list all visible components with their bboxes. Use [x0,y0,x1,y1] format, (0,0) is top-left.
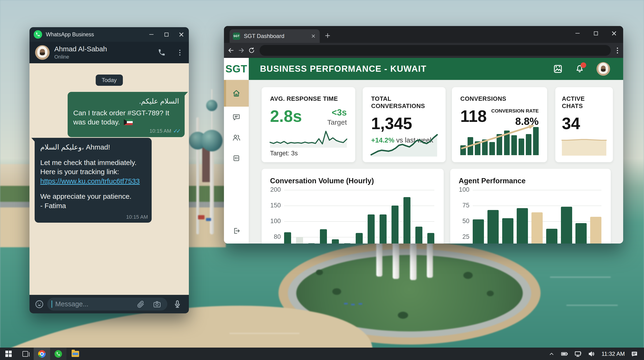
forward-icon[interactable] [236,47,246,54]
message-line: We appreciate your patience. [40,192,146,201]
bar [460,145,466,155]
kuwait-tower-main-sphere [201,130,222,151]
dashboard-header: SGT BUSINESS PERFORMANCE - KUWAIT [224,58,623,80]
minimize-button[interactable] [144,27,159,42]
network-icon[interactable] [574,350,582,358]
dashboard-content: SGT BUSINESS PERFORMANCE - KUWAIT [224,58,623,244]
bar [576,223,587,244]
kpi-target-value: <3s [328,108,347,117]
tree [463,272,473,279]
kpi-value: 2.8s [270,108,302,124]
conversions-bar-chart [460,122,539,155]
bar [504,130,510,155]
whatsapp-logo-icon [34,30,42,39]
bar [526,134,532,155]
sidebar-item-logout[interactable] [224,221,249,241]
maximize-button[interactable] [587,26,605,41]
kpi-card-active-chats: ACTIVE CHATS 34 [555,87,613,162]
file-explorer-icon [72,351,79,357]
taskbar-clock[interactable]: 11:32 AM [602,351,625,357]
tree [316,270,323,275]
sidebar-item-contacts[interactable] [224,127,249,148]
kpi-footer: Target: 3s [270,150,298,157]
bar [356,233,363,244]
message-input-field[interactable] [47,298,167,310]
bar [404,197,410,244]
bar [488,210,499,244]
user-avatar[interactable] [596,62,610,76]
task-view-icon [22,351,28,357]
bar [308,243,315,244]
bar [468,137,473,155]
volume-icon[interactable] [588,350,595,358]
notifications-bell-icon[interactable] [575,64,584,74]
bar [532,212,543,244]
start-button[interactable] [0,347,17,360]
dashboard-sidebar [224,80,249,244]
dashboard-title: BUSINESS PERFORMANCE - KUWAIT [260,64,426,74]
taskbar-explorer-button[interactable] [66,347,84,360]
bar [320,229,327,244]
message-text: Can I track order #SGT-789? It was due t… [73,109,169,126]
bar [511,135,517,155]
browser-menu-icon[interactable] [617,48,623,53]
attach-icon[interactable] [136,300,145,308]
contact-name: Ahmad Al-Sabah [54,45,107,53]
boat [351,304,355,305]
browser-tab[interactable]: SGT SGT Dashboard [230,29,320,43]
camera-icon[interactable] [153,300,161,308]
minimize-button[interactable] [568,26,587,41]
bar [344,243,351,244]
message-input[interactable] [47,300,119,308]
chat-menu-icon[interactable] [179,50,180,56]
action-center-icon[interactable] [631,350,638,357]
kuwait-tower-top-sphere [206,100,218,111]
sidebar-item-home[interactable] [224,80,249,107]
hidden-icons-chevron[interactable] [548,351,554,357]
mic-icon[interactable] [173,300,182,309]
kpi-label: CONVERSIONS [460,95,539,102]
media-icon[interactable] [553,64,563,74]
chart-card-agent-performance: Agent Performance 100755025 [450,169,611,244]
sparkline [270,130,347,148]
task-view-button[interactable] [17,347,34,360]
kuwait-tower-needle [211,89,212,136]
browser-tabstrip: SGT SGT Dashboard [224,26,623,43]
date-divider: Today [96,75,122,86]
taskbar-whatsapp-button[interactable] [50,347,66,360]
new-tab-icon[interactable] [324,32,331,39]
agent-performance-plot: 100755025 [473,188,602,244]
chat-area: Today السلام عليكم. Can I track order #S… [30,63,189,295]
kpi-value: 1,345 [371,115,437,132]
notification-badge [580,62,586,68]
bar [380,215,386,244]
bar [475,141,480,155]
taskbar-chrome-button[interactable] [34,347,50,360]
tab-favicon: SGT [233,33,240,40]
sidebar-item-reports[interactable] [224,148,249,168]
sidebar-item-conversations[interactable] [224,107,249,127]
address-bar[interactable] [260,45,611,56]
battery-icon[interactable] [561,350,568,358]
response-time-sparkline [270,130,347,148]
call-icon[interactable] [158,49,166,57]
contact-avatar[interactable] [35,45,50,60]
message-time: 10:15 AM [126,214,148,220]
tab-close-icon[interactable] [311,34,316,39]
back-icon[interactable] [226,47,236,54]
tracking-link[interactable]: https://www.ku.com/trfuc6tf7533 [40,177,140,185]
reload-icon[interactable] [246,47,257,54]
close-button[interactable] [605,26,623,41]
boat [358,303,362,305]
bar [489,142,495,155]
bar [284,232,291,244]
kpi-label: ACTIVE CHATS [562,95,606,110]
kpi-target-label: Target [328,118,347,126]
close-button[interactable] [174,27,189,42]
sparkline [371,134,437,156]
bar [296,237,303,244]
emoji-icon[interactable] [35,299,44,309]
bar [533,127,539,155]
conversation-volume-plot: 20015010080 [284,188,434,244]
maximize-button[interactable] [159,27,174,42]
